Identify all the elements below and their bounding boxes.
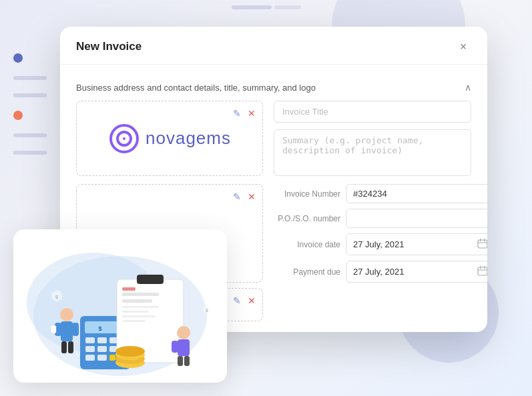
section2-delete-button[interactable]: ✕ [246,190,257,203]
svg-rect-24 [122,311,149,313]
svg-rect-37 [68,341,73,353]
svg-rect-25 [122,315,156,317]
invoice-summary-input[interactable] [274,129,471,176]
svg-rect-16 [97,355,107,361]
logo-edit-button[interactable]: ✎ [232,107,242,120]
invoice-number-row: Invoice Number [274,184,487,203]
company-name: novagems [146,128,231,149]
svg-text:$: $ [55,294,59,300]
sidebar-line-2 [13,93,47,97]
invoice-title-input[interactable] [274,101,471,123]
svg-rect-13 [97,346,107,352]
svg-rect-12 [85,346,95,352]
svg-rect-22 [122,299,152,303]
svg-rect-3 [478,240,487,248]
section1-content: ✎ ✕ novagems [76,101,471,176]
invoice-date-field [346,233,487,255]
svg-rect-20 [137,275,164,284]
invoice-date-calendar-icon[interactable] [472,234,487,255]
logo-upload-box: ✎ ✕ novagems [76,101,263,176]
svg-rect-15 [85,355,95,361]
illustration-card: $ $ $ [13,229,227,383]
section3-delete-button[interactable]: ✕ [246,294,257,307]
invoice-number-fields: Invoice Number P.O./S.O. number Invoice … [274,184,487,283]
po-number-row: P.O./S.O. number [274,209,487,228]
company-logo-icon [108,123,140,155]
illustration: $ $ $ [13,229,227,383]
svg-rect-4 [478,267,487,275]
svg-rect-17 [109,355,115,361]
section3-actions: ✎ ✕ [232,294,257,307]
po-number-label: P.O./S.O. number [274,214,340,223]
payment-due-calendar-icon[interactable] [472,261,487,282]
svg-rect-38 [51,325,56,333]
svg-point-32 [60,308,73,321]
modal-title: New Invoice [76,40,142,53]
section1-header[interactable]: Business address and contact details, ti… [76,75,471,101]
top-bar-decoration [232,5,301,9]
svg-point-39 [177,326,190,339]
chevron-up-icon: ∧ [465,82,471,93]
modal-header: New Invoice × [60,27,487,65]
section3-right [274,288,471,321]
svg-rect-41 [172,341,178,353]
invoice-date-row: Invoice date [274,233,487,255]
svg-rect-40 [178,339,190,356]
section2-edit-button[interactable]: ✎ [232,190,242,203]
logo-display: novagems [108,123,231,155]
section1-header-text: Business address and contact details, ti… [76,83,316,93]
top-bar-segment1 [232,5,272,9]
svg-point-31 [115,346,145,357]
sidebar-dot-2 [13,111,23,120]
svg-text:$: $ [98,325,101,332]
invoice-form-side [274,101,471,176]
po-number-input[interactable] [346,209,487,228]
svg-rect-36 [61,341,67,353]
svg-point-2 [123,137,125,140]
svg-rect-27 [122,287,136,291]
svg-rect-42 [178,356,183,366]
left-sidebar [13,53,47,155]
svg-text:$: $ [206,308,208,313]
payment-due-input[interactable] [346,263,472,281]
logo-actions: ✎ ✕ [232,107,257,120]
invoice-number-label: Invoice Number [274,189,340,199]
invoice-date-input[interactable] [346,235,472,253]
close-button[interactable]: × [455,39,471,55]
payment-due-field [346,261,487,283]
payment-due-label: Payment due [274,267,340,277]
section2-actions: ✎ ✕ [232,190,257,203]
invoice-date-label: Invoice date [274,240,340,249]
svg-rect-23 [122,306,159,308]
sidebar-dot-1 [13,53,23,63]
svg-rect-10 [97,337,107,343]
svg-rect-35 [72,323,79,336]
svg-rect-33 [61,321,73,341]
svg-rect-9 [85,337,95,343]
sidebar-line-1 [13,76,47,80]
sidebar-line-3 [13,133,47,137]
payment-due-row: Payment due [274,261,487,283]
svg-rect-21 [122,293,159,296]
sidebar-line-4 [13,151,47,155]
invoice-number-input[interactable] [346,184,487,203]
svg-rect-26 [122,320,146,322]
section3-edit-button[interactable]: ✎ [232,294,242,307]
svg-rect-43 [184,356,190,366]
top-bar-segment2 [274,5,301,9]
logo-delete-button[interactable]: ✕ [246,107,257,120]
